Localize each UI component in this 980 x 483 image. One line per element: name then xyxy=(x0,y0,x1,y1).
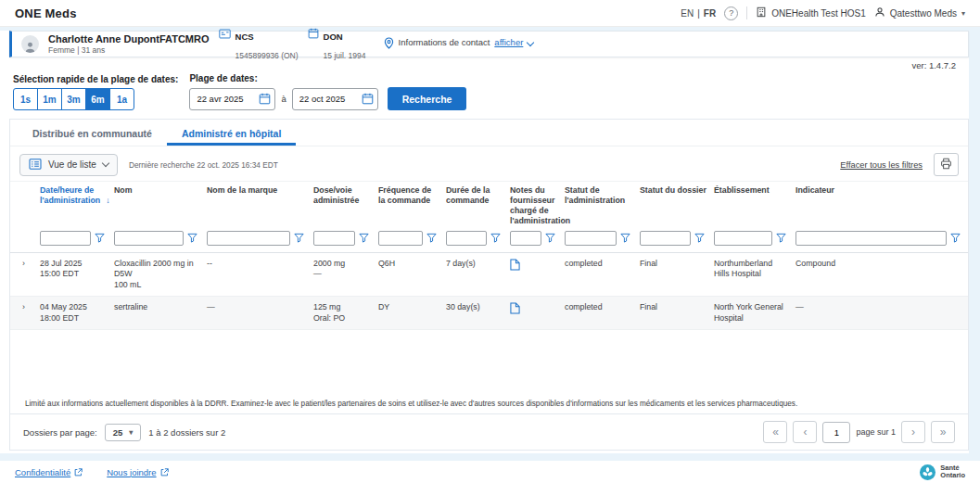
filter-funnel-icon xyxy=(359,233,369,243)
date-range-label: Plage de dates: xyxy=(189,73,466,83)
table-header-row: Date/heure de l'administration↓ Nom Nom … xyxy=(10,182,968,229)
app-version: ver: 1.4.7.2 xyxy=(0,57,969,72)
quick-range-3m[interactable]: 3m xyxy=(61,88,86,110)
table-filter-row xyxy=(10,229,968,253)
user-name: Qatesttwo Meds xyxy=(890,8,957,19)
location-pin-icon xyxy=(384,37,394,51)
patient-ncs-group: NCS 1545899936 (ON) xyxy=(219,26,299,61)
chevron-down-icon[interactable] xyxy=(527,39,534,46)
medications-table: Date/heure de l'administration↓ Nom Nom … xyxy=(10,181,968,330)
quick-range-label: Sélection rapide de la plage de dates: xyxy=(13,74,178,84)
table-row[interactable]: › 28 Jul 202515:00 EDT Cloxacillin 2000 … xyxy=(10,252,968,296)
filter-input-indicateur[interactable] xyxy=(795,231,947,246)
prev-page-button[interactable]: ‹ xyxy=(793,421,817,443)
page-number-input[interactable] xyxy=(822,422,850,443)
col-nom-marque[interactable]: Nom de la marque xyxy=(205,182,312,229)
first-page-button[interactable]: « xyxy=(763,421,787,443)
cell-admin-status: completed xyxy=(563,252,638,296)
table-row[interactable]: › 04 May 202518:00 EDT sertraline — 125 … xyxy=(10,297,968,330)
cell-duration: 7 day(s) xyxy=(444,252,508,296)
page-footer: Confidentialité Nous joindre Santé Ontar… xyxy=(0,461,980,483)
filter-input-duree[interactable] xyxy=(446,231,487,246)
row-expand-icon[interactable]: › xyxy=(10,252,38,296)
cell-time: 18:00 EDT xyxy=(40,313,107,324)
search-button[interactable]: Recherche xyxy=(388,87,467,110)
table-empty-area xyxy=(10,330,968,397)
last-page-button[interactable]: » xyxy=(931,421,955,443)
disclaimer-text: Limité aux informations actuellement dis… xyxy=(10,397,968,413)
view-mode-label: Vue de liste xyxy=(48,159,96,170)
row-expand-icon[interactable]: › xyxy=(10,297,38,330)
ncs-value: 1545899936 (ON) xyxy=(235,51,299,60)
facility-menu[interactable]: ONEHealth Test HOS1 xyxy=(756,6,866,19)
filter-funnel-icon xyxy=(490,233,501,243)
patient-name: Charlotte Anne DupontFATCMRO xyxy=(48,33,210,45)
next-page-button[interactable]: › xyxy=(901,421,925,443)
per-page-select[interactable]: 25 ▾ xyxy=(105,424,142,441)
per-page-value: 25 xyxy=(113,427,123,438)
filter-input-statut-administration[interactable] xyxy=(565,231,617,246)
contact-show-link[interactable]: afficher xyxy=(494,37,523,47)
filter-funnel-icon xyxy=(426,233,437,243)
col-statut-administration[interactable]: Statut de l'administration xyxy=(563,182,638,229)
view-mode-button[interactable]: Vue de liste xyxy=(19,154,118,176)
header-divider xyxy=(746,6,747,19)
cell-admin-status: completed xyxy=(563,297,638,330)
chevron-down-icon: ▾ xyxy=(129,428,133,437)
quick-range-6m[interactable]: 6m xyxy=(85,88,110,110)
col-etablissement[interactable]: Établissement xyxy=(712,182,794,229)
note-icon[interactable] xyxy=(510,307,520,316)
col-statut-dossier[interactable]: Statut du dossier xyxy=(638,182,712,229)
col-duree[interactable]: Durée de la commande xyxy=(444,182,508,229)
cell-facility: North York General Hospital xyxy=(712,297,794,330)
patient-demographics: Femme | 31 ans xyxy=(48,45,210,55)
cell-route: — xyxy=(313,269,371,279)
quick-range-1m[interactable]: 1m xyxy=(37,88,62,110)
cell-dose: 125 mg xyxy=(313,302,340,311)
cell-route: Oral: PO xyxy=(313,313,371,324)
facility-name: ONEHealth Test HOS1 xyxy=(771,8,866,19)
lang-en[interactable]: EN xyxy=(681,8,694,19)
filter-input-dose[interactable] xyxy=(313,231,355,246)
filter-funnel-icon xyxy=(187,233,197,243)
privacy-link[interactable]: Confidentialité xyxy=(15,467,83,477)
col-date-heure[interactable]: Date/heure de l'administration↓ xyxy=(38,182,112,229)
calendar-icon xyxy=(308,26,319,61)
col-notes[interactable]: Notes du fournisseur chargé de l'adminis… xyxy=(508,182,563,229)
clear-filters-link[interactable]: Effacer tous les filtres xyxy=(840,160,923,170)
filter-input-notes[interactable] xyxy=(510,231,541,246)
note-icon[interactable] xyxy=(510,263,520,273)
filter-input-etablissement[interactable] xyxy=(714,231,772,246)
quick-range-1s[interactable]: 1s xyxy=(13,88,38,110)
sort-desc-icon[interactable]: ↓ xyxy=(106,196,110,205)
quick-range-1a[interactable]: 1a xyxy=(109,88,134,110)
main-content: Charlotte Anne DupontFATCMRO Femme | 31 … xyxy=(0,31,969,453)
filter-funnel-icon xyxy=(776,233,786,243)
col-dose-voie[interactable]: Dose/voie administrée xyxy=(312,182,376,229)
page-of-label: page sur 1 xyxy=(856,427,896,437)
cell-dose: 2000 mg xyxy=(313,259,345,268)
print-button[interactable] xyxy=(934,153,959,176)
filter-input-statut-dossier[interactable] xyxy=(640,231,691,246)
col-frequence[interactable]: Fréquence de la commande xyxy=(376,182,444,229)
lang-fr[interactable]: FR xyxy=(704,8,716,19)
sante-ontario-logo: Santé Ontario xyxy=(920,464,965,480)
col-nom[interactable]: Nom xyxy=(112,182,205,229)
tab-distribue-communaute[interactable]: Distribué en communauté xyxy=(18,120,167,146)
last-search-text: Dernière recherche 22 oct. 2025 16:34 ED… xyxy=(129,160,278,170)
building-icon xyxy=(756,6,767,19)
tab-administre-hopital[interactable]: Administré en hôpital xyxy=(167,120,296,146)
filter-input-marque[interactable] xyxy=(207,231,290,246)
pagination-bar: Dossiers par page: 25 ▾ 1 à 2 dossiers s… xyxy=(10,413,968,450)
user-menu[interactable]: Qatesttwo Meds ▾ xyxy=(874,6,965,19)
filter-input-date[interactable] xyxy=(40,231,91,246)
filter-input-frequence[interactable] xyxy=(378,231,423,246)
tab-bar: Distribué en communauté Administré en hô… xyxy=(10,120,968,146)
contact-us-link[interactable]: Nous joindre xyxy=(107,467,168,477)
filter-funnel-icon xyxy=(294,233,304,243)
help-icon[interactable]: ? xyxy=(724,6,738,20)
filter-input-nom[interactable] xyxy=(114,231,184,246)
col-indicateur[interactable]: Indicateur xyxy=(794,182,968,229)
language-switcher[interactable]: EN | FR xyxy=(681,8,716,19)
don-value: 15 juil. 1994 xyxy=(324,51,366,60)
